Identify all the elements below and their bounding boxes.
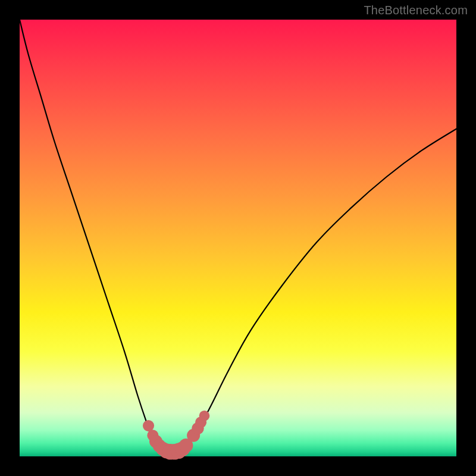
- curve-markers: [143, 411, 209, 460]
- chart-svg: [20, 20, 456, 456]
- bottleneck-curve: [20, 20, 456, 452]
- curve-marker: [199, 411, 210, 421]
- chart-frame: TheBottleneck.com: [0, 0, 476, 476]
- plot-area: [20, 20, 456, 456]
- watermark-text: TheBottleneck.com: [364, 4, 468, 17]
